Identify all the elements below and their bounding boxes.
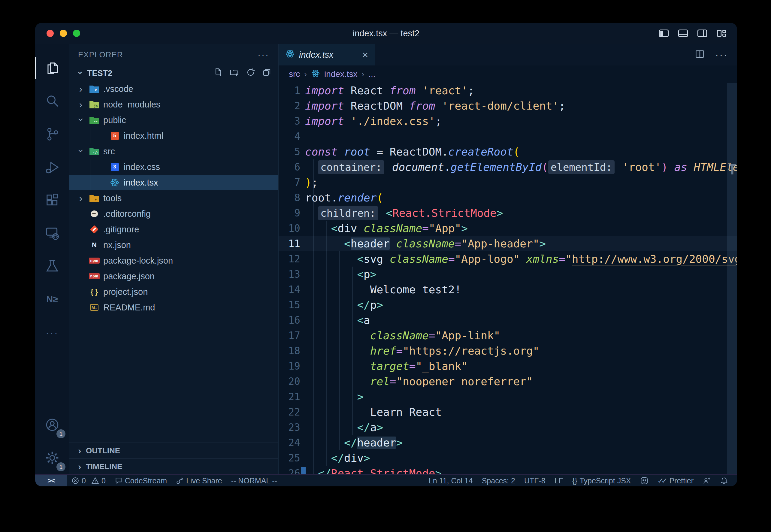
tree-item-.vscode[interactable]: ›V.vscode <box>69 81 278 97</box>
search-icon[interactable] <box>35 85 69 118</box>
file-name: .editorconfig <box>103 209 151 219</box>
breadcrumb-symbol[interactable]: ... <box>368 69 375 79</box>
tree-item-README.md[interactable]: ›M↓README.md <box>69 300 278 315</box>
tree-item-tools[interactable]: ›✱tools <box>69 190 278 206</box>
tree-item-index.html[interactable]: ›5index.html <box>69 128 278 144</box>
code-line-19[interactable]: 19 target="_blank" <box>279 358 737 374</box>
nx-console-icon[interactable]: N≥ <box>35 283 69 316</box>
vim-mode[interactable]: -- NORMAL -- <box>227 475 282 486</box>
tree-item-.editorconfig[interactable]: ›.editorconfig <box>69 206 278 222</box>
code-line-8[interactable]: 8root.render( <box>279 190 737 205</box>
svg-text:••: •• <box>94 119 98 123</box>
codestream-status[interactable]: CodeStream <box>110 475 171 486</box>
customize-layout-icon[interactable] <box>716 28 727 39</box>
explorer-more-icon[interactable]: ··· <box>258 50 269 60</box>
code-line-6[interactable]: 6 container: document.getElementById(ele… <box>279 159 737 175</box>
nx-icon: N <box>88 240 100 250</box>
tree-item-nx.json[interactable]: ›Nnx.json <box>69 237 278 253</box>
tree-item-node_modules[interactable]: ›jsnode_modules <box>69 97 278 112</box>
outline-panel-header[interactable]: ›OUTLINE <box>69 443 278 458</box>
tab-index-tsx[interactable]: index.tsx × <box>279 44 375 65</box>
prettier-status[interactable]: ✓✓ Prettier <box>653 475 698 486</box>
timeline-panel-header[interactable]: ›TIMELINE <box>69 458 278 474</box>
problems-indicator[interactable]: 0 0 <box>67 475 110 486</box>
source-control-icon[interactable] <box>35 118 69 151</box>
settings-gear-icon[interactable]: 1 <box>35 441 69 474</box>
code-line-13[interactable]: 13 <p> <box>279 267 737 282</box>
tree-item-project.json[interactable]: ›{ }project.json <box>69 284 278 300</box>
file-name: .vscode <box>103 84 133 94</box>
accounts-icon[interactable]: 1 <box>35 408 69 441</box>
code-text: target="_blank" <box>305 358 468 374</box>
run-debug-icon[interactable] <box>35 151 69 184</box>
feedback-smiley-icon[interactable] <box>636 475 653 486</box>
tree-item-index.tsx[interactable]: ›index.tsx <box>69 175 278 190</box>
code-line-11[interactable]: 11 <header className="App-header"> <box>279 236 737 251</box>
tree-item-src[interactable]: ›‹/›src <box>69 144 278 159</box>
code-line-21[interactable]: 21 > <box>279 389 737 404</box>
cursor-position[interactable]: Ln 11, Col 14 <box>424 475 477 486</box>
tree-item-index.css[interactable]: ›3index.css <box>69 159 278 175</box>
code-line-10[interactable]: 10 <div className="App"> <box>279 221 737 236</box>
collapse-folders-icon[interactable] <box>262 68 272 79</box>
code-line-22[interactable]: 22 Learn React <box>279 404 737 420</box>
toggle-panel-icon[interactable] <box>678 28 688 39</box>
more-views-icon[interactable]: ··· <box>35 316 69 349</box>
new-file-icon[interactable] <box>213 68 223 79</box>
encoding[interactable]: UTF-8 <box>520 475 550 486</box>
live-share-status[interactable]: Live Share <box>171 475 227 486</box>
code-line-1[interactable]: 1import React from 'react'; <box>279 83 737 98</box>
toggle-secondary-sidebar-icon[interactable] <box>697 28 708 39</box>
editor-more-actions-icon[interactable]: ··· <box>715 49 728 61</box>
zoom-window-button[interactable] <box>73 30 80 37</box>
breadcrumb-src[interactable]: src <box>289 69 300 79</box>
code-line-14[interactable]: 14 Welcome test2! <box>279 282 737 297</box>
testing-icon[interactable] <box>35 250 69 283</box>
split-editor-icon[interactable] <box>695 49 705 60</box>
code-line-4[interactable]: 4 <box>279 129 737 144</box>
tree-item-public[interactable]: ›••public <box>69 112 278 128</box>
code-line-23[interactable]: 23 </a> <box>279 420 737 435</box>
code-line-2[interactable]: 2import ReactDOM from 'react-dom/client'… <box>279 98 737 113</box>
comment-icon <box>115 477 122 485</box>
tree-item-package-lock.json[interactable]: ›npmpackage-lock.json <box>69 253 278 268</box>
breadcrumb-file[interactable]: index.tsx <box>324 69 358 79</box>
tree-item-package.json[interactable]: ›npmpackage.json <box>69 268 278 284</box>
refresh-icon[interactable] <box>246 68 255 79</box>
code-line-15[interactable]: 15 </p> <box>279 297 737 313</box>
notifications-bell-icon[interactable] <box>715 475 733 486</box>
code-line-7[interactable]: 7); <box>279 175 737 190</box>
tree-item-.gitignore[interactable]: ›.gitignore <box>69 222 278 237</box>
extensions-icon[interactable] <box>35 184 69 217</box>
code-line-25[interactable]: 25 </div> <box>279 450 737 466</box>
code-line-9[interactable]: 9 children: <React.StrictMode> <box>279 205 737 221</box>
code-line-3[interactable]: 3import './index.css'; <box>279 113 737 129</box>
code-line-12[interactable]: 12 <svg className="App-logo" xmlns="http… <box>279 251 737 267</box>
new-folder-icon[interactable] <box>230 68 239 79</box>
minimize-window-button[interactable] <box>60 30 67 37</box>
line-number: 10 <box>279 221 305 236</box>
code-line-26[interactable]: 26 </React.StrictMode> <box>279 466 737 474</box>
close-tab-icon[interactable]: × <box>362 49 368 61</box>
toggle-primary-sidebar-icon[interactable] <box>658 28 669 39</box>
remote-indicator[interactable]: >< <box>35 475 67 486</box>
project-root-row[interactable]: › TEST2 <box>69 65 278 81</box>
explorer-icon[interactable] <box>35 52 69 85</box>
feedback-person-icon[interactable] <box>698 475 715 486</box>
code-line-5[interactable]: 5const root = ReactDOM.createRoot( <box>279 144 737 159</box>
eol-sequence[interactable]: LF <box>550 475 568 486</box>
close-window-button[interactable] <box>47 30 54 37</box>
vertical-scrollbar[interactable] <box>727 83 737 474</box>
code-line-20[interactable]: 20 rel="noopener noreferrer" <box>279 374 737 389</box>
code-line-16[interactable]: 16 <a <box>279 313 737 328</box>
code-editor[interactable]: 1import React from 'react';2import React… <box>279 83 737 474</box>
language-mode[interactable]: {} TypeScript JSX <box>568 475 636 486</box>
folder-tools-icon: ✱ <box>88 193 100 203</box>
code-line-18[interactable]: 18 href="https://reactjs.org" <box>279 343 737 358</box>
code-line-17[interactable]: 17 className="App-link" <box>279 328 737 343</box>
indentation[interactable]: Spaces: 2 <box>477 475 520 486</box>
remote-explorer-icon[interactable] <box>35 217 69 250</box>
titlebar[interactable]: index.tsx — test2 <box>35 23 737 44</box>
code-line-24[interactable]: 24 </header> <box>279 435 737 450</box>
file-name: index.html <box>124 131 163 141</box>
